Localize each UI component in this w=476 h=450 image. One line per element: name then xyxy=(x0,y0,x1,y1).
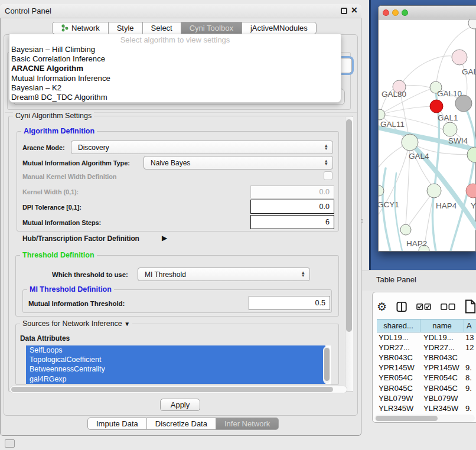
network-node-label: GAL80 xyxy=(382,90,406,99)
cell-shared-name: YDL19... xyxy=(377,333,420,342)
column-header-shared[interactable]: shared... xyxy=(377,319,420,332)
tab-infer-network[interactable]: Infer Network xyxy=(216,418,279,430)
attribute-list-item[interactable]: TopologicalCoefficient xyxy=(26,355,325,364)
table-row[interactable]: YPR145W YPR145W 9. xyxy=(377,363,476,373)
dropdown-item[interactable]: ARACNE Algorithm xyxy=(9,64,341,73)
kernel-width-label: Kernel Width (0,1): xyxy=(22,188,79,195)
tab-label: Infer Network xyxy=(224,419,270,428)
apply-button[interactable]: Apply xyxy=(160,399,200,411)
deselect-all-checkboxes-icon[interactable] xyxy=(441,303,455,311)
network-edge[interactable] xyxy=(406,195,431,230)
tab-label: Style xyxy=(117,24,134,32)
manual-kernel-checkbox[interactable] xyxy=(324,171,332,180)
zoom-traffic-icon[interactable] xyxy=(402,9,408,16)
settings-horizontal-scrollbar-thumb[interactable] xyxy=(11,387,333,392)
dropdown-item[interactable]: Bayesian – Hill Climbing xyxy=(9,45,341,54)
select-all-checkboxes-icon[interactable] xyxy=(416,303,431,311)
split-columns-icon[interactable] xyxy=(396,301,407,312)
combo-arrows-icon: ▲▼ xyxy=(324,144,328,151)
minimize-traffic-icon[interactable] xyxy=(392,9,399,16)
mi-steps-value: 6 xyxy=(325,218,330,226)
dropdown-item[interactable]: Dream8 DC_TDC Algorithm xyxy=(9,93,341,102)
close-icon[interactable]: ✕ xyxy=(351,5,358,15)
attribute-list-item[interactable]: gal4RGexp xyxy=(26,374,325,384)
network-node[interactable] xyxy=(402,134,418,151)
aracne-mode-value: Discovery xyxy=(78,144,109,152)
column-header-name[interactable]: name xyxy=(420,319,464,332)
table-body[interactable]: YDL19... YDL19... 13 YDR27... YDR27... 1… xyxy=(377,332,476,415)
table-row[interactable]: YBR045C YBR045C 9. xyxy=(377,383,476,393)
network-canvas[interactable]: GALGAL80GAL10GAL1GAL11SWI4GAL4GCY1HAP4YH… xyxy=(379,19,476,251)
network-node-label: SWI4 xyxy=(448,136,468,145)
kernel-width-value: 0.0 xyxy=(319,188,330,196)
table-row[interactable]: YBL079W YBL079W xyxy=(377,393,476,403)
tab-style[interactable]: Style xyxy=(109,22,143,34)
aracne-mode-combo[interactable]: Discovery ▲▼ xyxy=(71,141,333,154)
manual-kernel-label: Manual Kernel Width Definition xyxy=(22,173,116,180)
network-edge[interactable] xyxy=(395,173,402,251)
cell-shared-name: YER054C xyxy=(377,373,420,382)
dropdown-placeholder: Select algorithm to view settings xyxy=(9,35,341,44)
network-node-label: Y xyxy=(471,201,476,210)
network-icon xyxy=(61,24,69,32)
table-row[interactable]: YDL19... YDL19... 13 xyxy=(377,332,476,343)
network-node[interactable] xyxy=(430,100,443,113)
network-node-label: GAL xyxy=(462,67,476,76)
attribute-list-item[interactable]: BetweennessCentrality xyxy=(26,364,325,374)
hub-section-label: Hub/Transcription Factor Definition xyxy=(22,234,139,243)
network-edge[interactable] xyxy=(399,56,459,87)
mi-threshold-value: 0.5 xyxy=(315,299,325,307)
cell-name: YPR145W xyxy=(420,363,464,372)
control-panel-titlebar[interactable] xyxy=(0,4,361,18)
tab-impute-data[interactable]: Impute Data xyxy=(87,418,147,430)
aracne-mode-label: Aracne Mode: xyxy=(22,144,65,151)
table-row[interactable]: YDR27... YDR27... 12 xyxy=(377,343,476,353)
cell-name: YDR27... xyxy=(420,343,464,352)
algorithm-dropdown[interactable]: Select algorithm to view settings Bayesi… xyxy=(9,34,341,103)
tab-label: Impute Data xyxy=(96,419,138,428)
document-icon[interactable] xyxy=(465,299,476,314)
dropdown-item[interactable]: Basic Correlation Inference xyxy=(9,54,341,64)
cell-name: YLR345W xyxy=(420,404,464,413)
close-traffic-icon[interactable] xyxy=(383,9,389,16)
attributes-list-scrollbar-thumb[interactable] xyxy=(324,348,330,381)
network-node[interactable] xyxy=(452,50,467,65)
tab-network[interactable]: Network xyxy=(52,22,109,34)
float-window-icon[interactable] xyxy=(341,8,347,14)
table-row[interactable]: YER054C YER054C 8. xyxy=(377,373,476,383)
kernel-width-input[interactable]: 0.0 xyxy=(250,185,334,198)
network-node-label: GAL1 xyxy=(438,113,458,122)
dpi-tolerance-value: 0.0 xyxy=(319,203,330,211)
panel-divider-grip[interactable] xyxy=(361,219,363,223)
tab-jactivemnodules[interactable]: jActiveMNodules xyxy=(242,22,317,34)
data-attributes-list[interactable]: SelfLoopsTopologicalCoefficientBetweenne… xyxy=(26,345,331,384)
network-node[interactable] xyxy=(443,122,457,136)
table-row[interactable]: YBR043C YBR043C xyxy=(377,353,476,363)
which-threshold-combo[interactable]: MI Threshold ▲▼ xyxy=(138,268,310,281)
network-node[interactable] xyxy=(400,224,411,235)
dpi-tolerance-label: DPI Tolerance [0,1]: xyxy=(22,204,81,211)
gear-icon[interactable]: ⚙ xyxy=(377,301,387,312)
dropdown-item[interactable]: Bayesian – K2 xyxy=(9,83,341,93)
dpi-tolerance-input[interactable]: 0.0 xyxy=(250,200,334,214)
expand-arrow-icon[interactable]: ▶ xyxy=(162,234,167,242)
table-horizontal-scrollbar-thumb[interactable] xyxy=(376,416,438,421)
mi-type-combo[interactable]: Naive Bayes ▲▼ xyxy=(144,156,333,169)
settings-vertical-scrollbar-thumb[interactable] xyxy=(346,119,352,332)
network-edge[interactable] xyxy=(383,168,390,251)
network-node[interactable] xyxy=(427,184,441,198)
collapsed-panel-icon[interactable] xyxy=(5,439,15,448)
cell-shared-name: YPR145W xyxy=(377,363,420,372)
tab-select[interactable]: Select xyxy=(143,22,181,34)
tab-cyni-toolbox[interactable]: Cyni Toolbox xyxy=(181,22,242,34)
column-header-partial[interactable]: A xyxy=(464,319,476,332)
attribute-list-item[interactable]: SelfLoops xyxy=(26,345,325,355)
table-row[interactable]: YLR345W YLR345W 9. xyxy=(377,403,476,413)
cyni-settings-group-title: Cyni Algorithm Settings xyxy=(13,112,94,120)
collapse-arrow-icon[interactable]: ▼ xyxy=(124,321,130,327)
dropdown-item[interactable]: Mutual Information Inference xyxy=(9,74,341,83)
mi-threshold-input[interactable]: 0.5 xyxy=(249,296,330,310)
tab-discretize-data[interactable]: Discretize Data xyxy=(147,418,216,430)
network-canvas-svg[interactable]: GALGAL80GAL10GAL1GAL11SWI4GAL4GCY1HAP4YH… xyxy=(379,19,476,251)
mi-steps-input[interactable]: 6 xyxy=(250,215,334,229)
